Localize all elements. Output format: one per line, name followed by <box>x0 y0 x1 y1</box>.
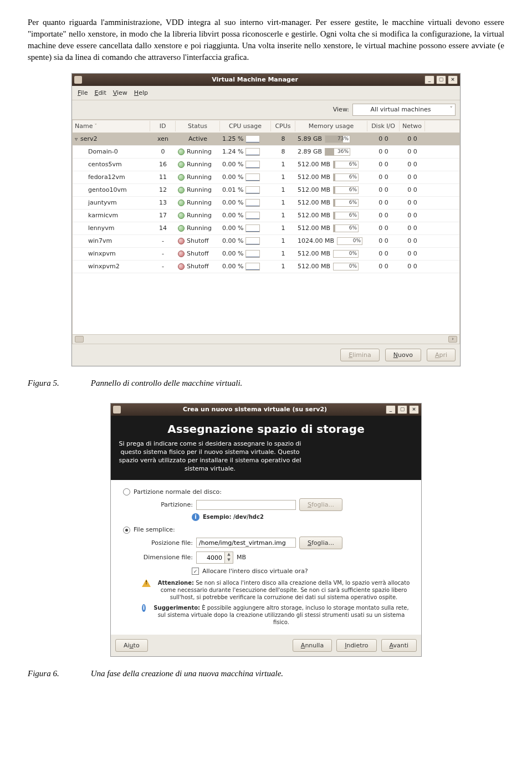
vmm-window: Virtual Machine Manager _ ▢ × File Edit … <box>71 73 461 366</box>
maximize-button[interactable]: ▢ <box>397 405 407 414</box>
spark-icon <box>245 224 260 232</box>
vm-mem: 512.00 MB6% <box>295 185 367 195</box>
vm-cpu: 0.00 % <box>220 197 271 208</box>
vm-name: centos5vm <box>73 159 150 170</box>
status-icon <box>178 251 185 257</box>
file-location-input[interactable] <box>196 538 296 548</box>
col-name[interactable]: Name <box>73 121 150 131</box>
vm-cpus: 1 <box>271 236 295 246</box>
table-blank <box>73 273 459 334</box>
indietro-button[interactable]: Indietro <box>336 639 376 652</box>
spark-icon <box>245 263 260 270</box>
browse-file-button[interactable]: Sfoglia... <box>299 537 342 549</box>
allocate-checkbox-row[interactable]: Allocare l'intero disco virtuale ora? <box>192 567 412 575</box>
vm-status: Running <box>176 159 220 170</box>
scroll-right-icon[interactable]: › <box>448 336 457 343</box>
vm-cpu: 0.00 % <box>220 236 271 246</box>
partition-input[interactable] <box>196 500 296 510</box>
body-paragraph: Per quanto riguarda l'amministrazione, V… <box>28 17 504 63</box>
host-row[interactable]: serv2 xen Active 1.25 % 8 5.89 GB 73% 0 … <box>73 133 459 146</box>
table-row[interactable]: Domain-00Running1.24 %82.89 GB36%0 00 0 <box>73 146 459 159</box>
col-status[interactable]: Status <box>176 121 220 131</box>
minimize-button[interactable]: _ <box>424 75 434 84</box>
vm-net: 0 0 <box>400 248 425 259</box>
app-icon <box>113 406 121 413</box>
col-id[interactable]: ID <box>150 121 176 131</box>
table-row[interactable]: karmicvm17Running0.00 %1512.00 MB6%0 00 … <box>73 210 459 222</box>
vm-net: 0 0 <box>400 172 425 182</box>
browse-partition-button[interactable]: Sfoglia... <box>299 498 342 511</box>
vm-cpu: 0.00 % <box>220 172 271 182</box>
spinner-up-icon[interactable]: ▲ <box>225 552 233 558</box>
table-row[interactable]: win7vm-Shutoff0.00 %11024.00 MB0%0 00 0 <box>73 235 459 248</box>
vm-mem: 512.00 MB6% <box>295 197 367 208</box>
col-cpus[interactable]: CPUs <box>271 121 295 131</box>
spark-icon <box>245 212 260 219</box>
vm-status: Shutoff <box>176 236 220 246</box>
vm-mem: 2.89 GB36% <box>295 146 367 157</box>
titlebar[interactable]: Virtual Machine Manager _ ▢ × <box>72 74 460 86</box>
figure-6: Crea un nuovo sistema virtuale (su serv2… <box>28 403 504 657</box>
spinner-down-icon[interactable]: ▼ <box>225 558 233 563</box>
vm-id: 17 <box>150 210 176 221</box>
vm-cpus: 8 <box>271 146 295 157</box>
col-net[interactable]: Netwo <box>400 121 425 131</box>
close-button[interactable]: × <box>448 75 458 84</box>
menu-file[interactable]: File <box>75 88 90 98</box>
menu-edit[interactable]: Edit <box>92 88 108 98</box>
nuovo-button[interactable]: Nuovo <box>385 349 421 361</box>
elimina-button[interactable]: Elimina <box>340 349 380 361</box>
spark-icon <box>245 161 260 168</box>
tip-note: i Suggerimento: È possibile aggiungere a… <box>142 604 412 626</box>
h-scrollbar[interactable]: › <box>73 334 459 344</box>
aiuto-button[interactable]: Aiuto <box>115 639 148 652</box>
vm-mem: 512.00 MB0% <box>295 261 367 272</box>
apri-button[interactable]: Apri <box>427 349 456 361</box>
info-icon: i <box>192 513 200 521</box>
table-row[interactable]: centos5vm16Running0.00 %1512.00 MB6%0 00… <box>73 159 459 171</box>
table-row[interactable]: jauntyvm13Running0.00 %1512.00 MB6%0 00 … <box>73 197 459 210</box>
vm-mem: 512.00 MB6% <box>295 223 367 233</box>
maximize-button[interactable]: ▢ <box>436 75 446 84</box>
status-icon <box>178 187 185 193</box>
scroll-thumb[interactable] <box>75 336 84 343</box>
menu-view[interactable]: View <box>111 88 130 98</box>
vm-name: Domain-0 <box>73 146 150 157</box>
avanti-button[interactable]: Avanti <box>381 639 417 652</box>
example-text: Esempio: /dev/hdc2 <box>203 513 264 521</box>
annulla-button[interactable]: Annulla <box>293 639 332 652</box>
col-disk[interactable]: Disk I/O <box>367 121 400 131</box>
vm-id: 14 <box>150 223 176 233</box>
close-button[interactable]: × <box>409 405 419 414</box>
allocate-label: Allocare l'intero disco virtuale ora? <box>202 567 308 575</box>
vm-disk: 0 0 <box>367 172 400 182</box>
wizard-window: Crea un nuovo sistema virtuale (su serv2… <box>110 403 422 657</box>
menu-help[interactable]: Help <box>132 88 150 98</box>
vm-disk: 0 0 <box>367 185 400 195</box>
minimize-button[interactable]: _ <box>386 405 396 414</box>
radio-file[interactable]: File semplice: <box>123 525 412 534</box>
table-row[interactable]: lennyvm14Running0.00 %1512.00 MB6%0 00 0 <box>73 222 459 235</box>
status-icon <box>178 161 185 168</box>
vm-net: 0 0 <box>400 185 425 195</box>
col-mem[interactable]: Memory usage <box>295 121 367 131</box>
wizard-titlebar[interactable]: Crea un nuovo sistema virtuale (su serv2… <box>111 404 421 416</box>
figure-6-caption: Figura 6. Una fase della creazione di un… <box>28 668 504 680</box>
file-size-spinner[interactable]: ▲▼ <box>196 551 233 564</box>
vm-mem: 512.00 MB6% <box>295 210 367 221</box>
vm-mem: 512.00 MB0% <box>295 248 367 259</box>
file-size-input[interactable] <box>197 552 224 563</box>
view-select[interactable]: All virtual machines <box>352 104 456 115</box>
radio-partition[interactable]: Partizione normale del disco: <box>123 488 412 496</box>
table-row[interactable]: fedora12vm11Running0.00 %1512.00 MB6%0 0… <box>73 171 459 184</box>
vm-table: Name ID Status CPU usage CPUs Memory usa… <box>72 120 460 344</box>
app-icon <box>74 76 82 84</box>
table-row[interactable]: gentoo10vm12Running0.01 %1512.00 MB6%0 0… <box>73 184 459 197</box>
table-row[interactable]: winxpvm-Shutoff0.00 %1512.00 MB0%0 00 0 <box>73 248 459 261</box>
vm-id: 12 <box>150 185 176 195</box>
col-cpu[interactable]: CPU usage <box>220 121 271 131</box>
table-row[interactable]: winxpvm2-Shutoff0.00 %1512.00 MB0%0 00 0 <box>73 261 459 273</box>
vm-disk: 0 0 <box>367 146 400 157</box>
vm-mem: 512.00 MB6% <box>295 172 367 182</box>
figure-5: Virtual Machine Manager _ ▢ × File Edit … <box>28 73 504 366</box>
